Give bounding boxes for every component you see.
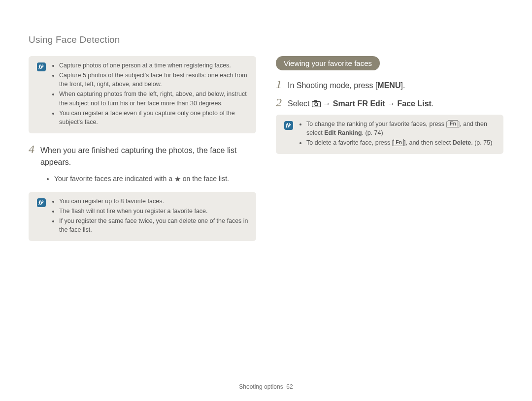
right-column: Viewing your favorite faces 1 In Shootin… [276,56,503,251]
step-4: 4 When you are finished capturing the ph… [29,143,256,168]
note-item: You can register a face even if you capt… [59,109,248,126]
note-item: If you register the same face twice, you… [59,216,248,234]
fn-key-label: Fn [448,120,458,127]
note-icon [284,121,294,130]
note-box-1: Capture photos of one person at a time w… [29,56,256,133]
step-number: 1 [276,78,282,90]
text-segment: on the face list. [181,175,229,183]
text-segment: Select [288,99,312,108]
note-item: The flash will not fire when you registe… [59,207,248,216]
bold-option: Delete [453,139,471,146]
note-icon [36,62,46,72]
page: Using Face Detection Capture photos of o… [0,0,532,401]
text-segment: . (p. 75) [471,139,492,146]
camera-icon [312,100,321,107]
text-segment: . [432,99,433,108]
step-1: 1 In Shooting mode, press [MENU]. [276,78,503,92]
note-list: You can register up to 8 favorite faces.… [51,197,248,236]
note-icon [36,198,46,208]
note-box-2: You can register up to 8 favorite faces.… [29,192,256,242]
step-text: In Shooting mode, press [MENU]. [288,80,405,92]
page-footer: Shooting options 62 [0,383,532,390]
text-segment: To delete a favorite face, press [ [306,139,394,146]
text-segment: → [385,99,398,108]
sub-bullet-item: Your favorite faces are indicated with a… [54,173,256,185]
footer-page-number: 62 [286,383,293,390]
footer-section: Shooting options [239,383,283,390]
text-segment: ]. [400,81,405,90]
note-item: Capture photos of one person at a time w… [59,61,248,70]
bold-option: Edit Ranking [324,129,362,136]
text-segment: Your favorite faces are indicated with a [54,175,174,183]
star-icon: ★ [174,173,181,185]
note-list: Capture photos of one person at a time w… [51,61,248,127]
text-segment: → [321,99,333,108]
note-item: Capture 5 photos of the subject's face f… [59,71,248,89]
note-item: When capturing photos from the left, rig… [59,90,248,107]
step-2: 2 Select → Smart FR Edit → Face List. [276,96,503,110]
content-columns: Capture photos of one person at a time w… [29,56,503,251]
text-segment: To change the ranking of your favorite f… [306,121,448,127]
step-number: 4 [29,143,34,155]
menu-path-item: Face List [398,99,432,108]
step-text: Select → Smart FR Edit → Face List. [288,98,433,110]
text-segment: In Shooting mode, press [ [288,81,377,90]
step-number: 2 [276,96,282,108]
fn-key-label: Fn [394,139,404,146]
note-list: To change the ranking of your favorite f… [299,120,496,148]
text-segment: ], and then select [404,139,453,146]
note-item: To delete a favorite face, press [Fn], a… [306,138,496,147]
svg-point-4 [315,103,318,106]
note-item: You can register up to 8 favorite faces. [59,197,248,206]
note-box-3: To change the ranking of your favorite f… [276,115,503,154]
note-item: To change the ranking of your favorite f… [306,120,496,137]
section-heading-pill: Viewing your favorite faces [276,56,380,70]
text-segment: . (p. 74) [362,129,383,136]
menu-key-label: MENU [377,81,400,90]
left-column: Capture photos of one person at a time w… [29,56,256,251]
sub-bullet-list: Your favorite faces are indicated with a… [46,173,256,185]
step-text: When you are finished capturing the phot… [40,145,256,168]
menu-path-item: Smart FR Edit [333,99,385,108]
page-title: Using Face Detection [29,34,503,45]
